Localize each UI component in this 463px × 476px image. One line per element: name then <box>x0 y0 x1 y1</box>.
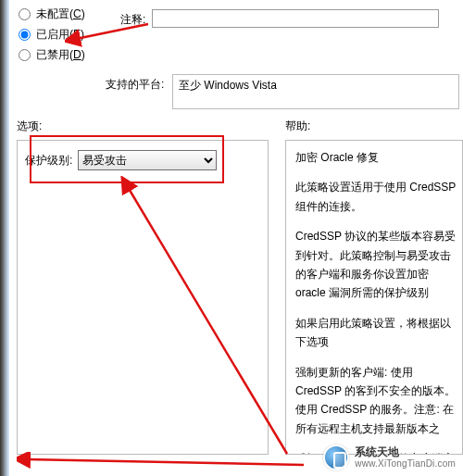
platform-label: 支持的平台: <box>106 74 172 93</box>
help-p2: 此策略设置适用于使用 CredSSP 组件的连接。 <box>295 178 457 216</box>
radio-not-configured[interactable] <box>19 8 31 20</box>
note-row: 注释: <box>120 9 463 28</box>
radio-enabled-label: 已启用(E) <box>36 27 84 43</box>
watermark-line2: www.XiTongTianDi.com <box>355 458 456 469</box>
options-fieldset: 保护级别: 易受攻击 <box>17 140 269 455</box>
platform-box: 至少 Windows Vista <box>172 74 459 109</box>
help-fieldset: 加密 Oracle 修复 此策略设置适用于使用 CredSSP 组件的连接。 C… <box>285 140 463 455</box>
note-textarea[interactable] <box>152 9 439 28</box>
options-label: 选项: <box>17 119 269 134</box>
help-column: 帮助: 加密 Oracle 修复 此策略设置适用于使用 CredSSP 组件的连… <box>285 119 463 455</box>
radio-disabled-label: 已禁用(D) <box>36 47 85 63</box>
platform-row: 支持的平台: 至少 Windows Vista <box>106 74 463 109</box>
help-p6: 减轻: 使用 CredSSP 的客户端应用程序本。但使用 CredSSP 的服务… <box>295 449 457 455</box>
radio-disabled[interactable] <box>19 49 31 61</box>
note-label: 注释: <box>120 9 152 28</box>
radio-enabled[interactable] <box>19 29 31 41</box>
help-label: 帮助: <box>285 119 463 134</box>
radio-not-configured-label: 未配置(C) <box>36 6 85 22</box>
help-p3: CredSSP 协议的某些版本容易受到针对。此策略控制与易受攻击的客户端和服务你… <box>295 227 457 303</box>
help-p4: 如果启用此策略设置，将根据以下选项 <box>295 314 457 352</box>
help-p1: 加密 Oracle 修复 <box>295 148 457 167</box>
policy-editor-panel: 未配置(C) 已启用(E) 已禁用(D) 注释: 支持的平台: 至少 Windo… <box>11 0 463 455</box>
help-p5: 强制更新的客户端: 使用 CredSSP 的客到不安全的版本。使用 CredSS… <box>295 363 457 439</box>
protection-level-select[interactable]: 易受攻击 <box>78 150 217 170</box>
annotation-arrow-bottom <box>17 452 313 474</box>
protection-level-label: 保护级别: <box>25 153 72 169</box>
options-column: 选项: 保护级别: 易受攻击 <box>17 119 269 455</box>
platform-value: 至少 Windows Vista <box>179 79 277 92</box>
columns: 选项: 保护级别: 易受攻击 帮助: 加密 Oracle 修复 此策略设置适用于… <box>17 119 463 455</box>
protection-level-row: 保护级别: 易受攻击 <box>25 150 260 170</box>
window-left-edge <box>0 0 9 476</box>
svg-line-2 <box>26 459 304 465</box>
